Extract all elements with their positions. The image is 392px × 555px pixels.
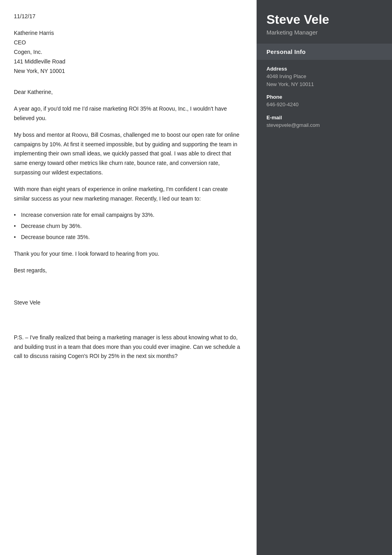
personal-info-heading: Personal Info <box>266 48 382 55</box>
email-value: stevepvele@gmail.com <box>266 121 382 129</box>
address-label: Address <box>266 66 382 72</box>
resume-sidebar: Steve Vele Marketing Manager Personal In… <box>257 0 392 555</box>
closing: Best regards, <box>14 266 243 276</box>
bullet-item-3: Decrease bounce rate 35%. <box>14 233 243 242</box>
date: 11/12/17 <box>14 12 243 21</box>
sidebar-header: Steve Vele Marketing Manager <box>257 0 392 44</box>
recipient-title: CEO <box>14 38 243 48</box>
postscript: P.S. – I've finally realized that being … <box>14 333 243 361</box>
address-line2: New York, NY 10011 <box>266 80 382 88</box>
recipient-company: Cogen, Inc. <box>14 48 243 57</box>
salutation: Dear Katherine, <box>14 88 243 97</box>
bullet-item-1: Increase conversion rate for email campa… <box>14 211 243 220</box>
signature-name: Steve Vele <box>14 298 243 307</box>
paragraph-3: With more than eight years of experience… <box>14 185 243 204</box>
candidate-name: Steve Vele <box>266 12 382 27</box>
recipient-address1: 141 Middleville Road <box>14 57 243 67</box>
paragraph-1: A year ago, if you'd told me I'd raise m… <box>14 104 243 123</box>
closing-paragraph: Thank you for your time. I look forward … <box>14 249 243 259</box>
phone-value: 646-920-4240 <box>266 101 382 109</box>
recipient-name: Katherine Harris <box>14 29 243 38</box>
personal-info-content: Address 4048 Irving Place New York, NY 1… <box>257 60 392 141</box>
personal-info-heading-bar: Personal Info <box>257 44 392 60</box>
recipient-block: Katherine Harris CEO Cogen, Inc. 141 Mid… <box>14 29 243 76</box>
email-label: E-mail <box>266 115 382 121</box>
recipient-address2: New York, NY 10001 <box>14 67 243 76</box>
paragraph-2: My boss and mentor at Roovu, Bill Cosmas… <box>14 130 243 178</box>
candidate-title: Marketing Manager <box>266 29 382 36</box>
phone-label: Phone <box>266 94 382 100</box>
email-item: E-mail stevepvele@gmail.com <box>266 115 382 129</box>
bullet-list: Increase conversion rate for email campa… <box>14 211 243 242</box>
address-line1: 4048 Irving Place <box>266 73 382 80</box>
phone-item: Phone 646-920-4240 <box>266 94 382 109</box>
letter-body: 11/12/17 Katherine Harris CEO Cogen, Inc… <box>0 0 257 555</box>
bullet-item-2: Decrease churn by 36%. <box>14 222 243 231</box>
address-item: Address 4048 Irving Place New York, NY 1… <box>266 66 382 88</box>
